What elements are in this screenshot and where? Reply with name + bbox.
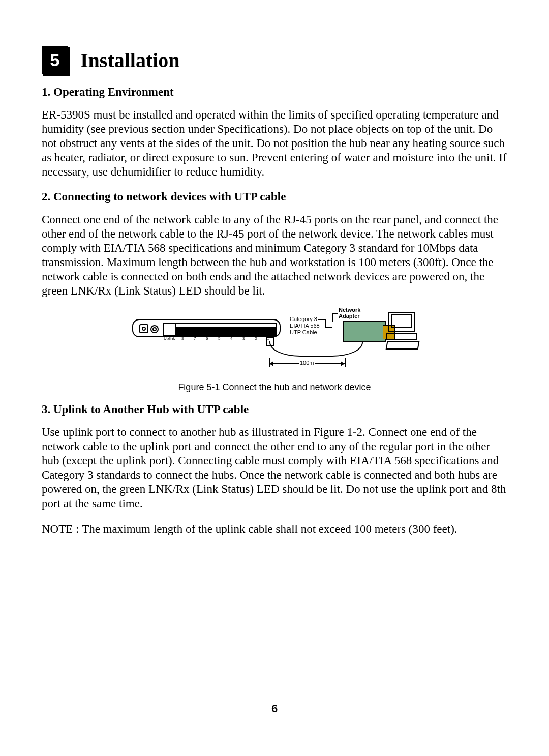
section-1-title: 1. Operating Environment	[42, 85, 507, 99]
distance-label: 100m	[300, 360, 314, 366]
measure-arrow	[315, 363, 345, 364]
chapter-title: Installation	[80, 48, 180, 72]
figure-5-1-caption: Figure 5-1 Connect the hub and network d…	[178, 382, 371, 393]
hub-port-label-5: 5	[218, 337, 220, 341]
cable-spec-label-2: EIA/TIA 568	[290, 323, 320, 329]
callout-line	[325, 327, 332, 328]
section-2-body: Connect one end of the network cable to …	[42, 213, 507, 298]
note-label: NOTE :	[42, 522, 82, 536]
section-2-title: 2. Connecting to network devices with UT…	[42, 190, 507, 203]
computer-icon	[386, 312, 417, 346]
utp-cable-icon	[269, 341, 363, 357]
measure-arrow	[269, 363, 299, 364]
cable-spec-label-1: Category 3	[290, 316, 317, 322]
note-body: The maximum length of the uplink cable s…	[82, 522, 457, 536]
page-number: 6	[0, 702, 549, 715]
chapter-header: 5 Installation	[42, 46, 507, 74]
chapter-number-badge: 5	[42, 46, 68, 74]
hub-port-label-6: 6	[206, 337, 208, 341]
hub-port-label-8: 8	[181, 337, 184, 341]
network-adapter-label-1: Network	[339, 307, 360, 313]
callout-line	[325, 319, 326, 327]
section-3-body: Use uplink port to connect to another hu…	[42, 425, 507, 511]
hub-icon	[132, 319, 281, 337]
note-block: NOTE : The maximum length of the uplink …	[42, 522, 507, 536]
measure-bar	[345, 358, 346, 367]
hub-port-label-2: 2	[255, 337, 257, 341]
callout-line	[332, 313, 333, 322]
figure-5-1: Uplink 8 7 6 5 4 3 2 1 Category 3 EIA/TI…	[42, 310, 507, 393]
network-adapter-icon	[343, 321, 386, 342]
figure-5-1-diagram: Uplink 8 7 6 5 4 3 2 1 Category 3 EIA/TI…	[132, 310, 417, 376]
hub-port-label-7: 7	[194, 337, 196, 341]
callout-line	[318, 319, 325, 320]
hub-port-label-uplink: Uplink	[164, 337, 175, 341]
network-adapter-label-2: Adapter	[339, 313, 360, 319]
section-3-title: 3. Uplink to Another Hub with UTP cable	[42, 403, 507, 416]
cable-spec-label-3: UTP Cable	[290, 329, 317, 335]
hub-port-label-3: 3	[242, 337, 245, 341]
section-1-body: ER-5390S must be installed and operated …	[42, 108, 507, 179]
hub-port-label-4: 4	[230, 337, 232, 341]
